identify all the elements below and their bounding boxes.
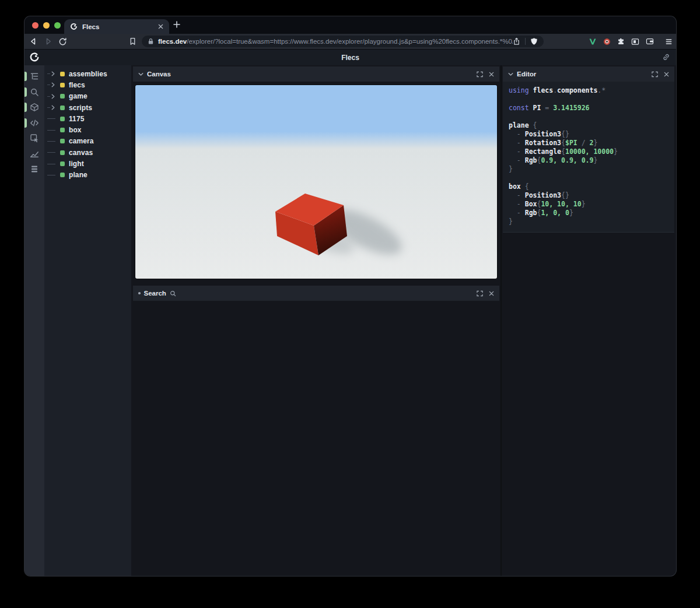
minimize-window-button[interactable] (43, 22, 50, 29)
tree-item-label: camera (69, 137, 94, 145)
entity-color-dot (60, 94, 65, 99)
entity-tree-sidebar: assembliesflecsgamescripts1175boxcamerac… (44, 65, 131, 576)
tree-connector (46, 94, 60, 99)
tree-item-label: game (69, 92, 88, 100)
close-panel-icon[interactable] (489, 291, 494, 296)
chevron-down-icon[interactable] (508, 72, 513, 76)
entity-color-dot (60, 106, 65, 110)
code-line (509, 174, 668, 182)
sidebar-toggle-icon[interactable] (631, 38, 639, 45)
entity-color-dot (60, 139, 65, 143)
chevron-right-icon[interactable] (51, 94, 55, 99)
chevron-right-icon[interactable] (51, 71, 55, 76)
code-line: } (509, 217, 668, 226)
editor-panel-header[interactable]: Editor (503, 66, 674, 82)
nav-cube-button[interactable] (24, 103, 44, 112)
tree-item-scripts[interactable]: scripts (44, 102, 131, 113)
tree-item-canvas[interactable]: canvas (44, 147, 131, 158)
chevron-right-icon[interactable] (51, 105, 55, 110)
tree-item-light[interactable]: light (44, 158, 131, 169)
tab-bar: Flecs (24, 16, 676, 34)
code-line: const PI = 3.1415926 (509, 104, 668, 113)
entity-color-dot (60, 161, 65, 166)
code-line (509, 113, 668, 121)
search-icon (170, 290, 176, 297)
share-icon[interactable] (513, 37, 520, 45)
chevron-right-icon[interactable] (51, 82, 55, 87)
tree-item-assemblies[interactable]: assemblies (44, 68, 131, 79)
shield-icon[interactable] (530, 37, 538, 45)
nav-chart-button[interactable] (24, 149, 44, 159)
canvas-panel-header[interactable]: Canvas (133, 66, 499, 82)
menu-icon[interactable] (665, 38, 673, 45)
code-line: - Rotation3{$PI / 2} (509, 139, 668, 147)
tree-item-flecs[interactable]: flecs (44, 79, 131, 90)
code-line: - Rectangle{10000, 10000} (509, 147, 668, 156)
chevron-down-icon[interactable] (138, 72, 144, 76)
lock-icon (148, 38, 154, 45)
app-header: Flecs (24, 49, 676, 65)
back-button[interactable] (28, 34, 38, 49)
tree-item-1175[interactable]: 1175 (44, 113, 131, 124)
nav-code-button[interactable] (24, 118, 44, 128)
nav-inspect-button[interactable] (24, 133, 44, 143)
reload-button[interactable] (57, 34, 68, 49)
page-title: Flecs (24, 50, 676, 65)
3d-canvas[interactable] (135, 85, 497, 279)
code-line: plane { (509, 121, 668, 130)
forward-button[interactable] (43, 34, 54, 49)
tree-connector (46, 105, 60, 110)
fullscreen-icon[interactable] (652, 71, 658, 78)
nav-search-button[interactable] (24, 87, 44, 97)
search-panel-header[interactable]: Search (133, 286, 499, 301)
code-line: - Box{10, 10, 10} (509, 200, 668, 209)
chart-icon (30, 149, 39, 159)
v-logo-icon[interactable] (589, 38, 597, 45)
code-line: - Position3{} (509, 191, 668, 200)
new-tab-button[interactable] (173, 20, 181, 29)
close-panel-icon[interactable] (664, 72, 669, 77)
entity-color-dot (60, 72, 65, 76)
tab-favicon-flecs-logo-icon (70, 23, 78, 30)
nav-tree-button[interactable] (24, 72, 44, 81)
tab-close-icon[interactable] (158, 24, 163, 29)
tree-item-label: 1175 (69, 115, 84, 123)
tree-item-label: plane (69, 171, 88, 179)
tree-item-label: scripts (69, 104, 92, 112)
tree-item-box[interactable]: box (44, 124, 131, 135)
wallet-icon[interactable] (646, 38, 654, 45)
url-host: flecs.dev (158, 38, 187, 45)
tab-title: Flecs (82, 23, 99, 30)
zoom-window-button[interactable] (54, 22, 61, 29)
code-line: } (509, 165, 668, 174)
search-panel-title: Search (144, 290, 166, 297)
collapsed-bullet-icon[interactable] (138, 292, 141, 294)
record-icon[interactable] (603, 38, 611, 45)
urlbar-divider (525, 38, 526, 45)
tree-item-plane[interactable]: plane (44, 170, 131, 181)
code-icon (30, 118, 39, 128)
tree-item-game[interactable]: game (44, 91, 131, 102)
close-window-button[interactable] (32, 22, 38, 29)
active-indicator (24, 118, 27, 128)
url-bar[interactable]: flecs.dev/explorer/?local=true&wasm=http… (142, 36, 544, 47)
link-icon[interactable] (662, 53, 670, 61)
entity-color-dot (60, 117, 65, 121)
editor-column: Editor using flecs.components.* const PI… (502, 65, 676, 576)
tree-connector (46, 152, 60, 153)
active-indicator (24, 103, 27, 112)
cube-icon (30, 103, 39, 112)
tree-item-camera[interactable]: camera (44, 136, 131, 147)
fullscreen-icon[interactable] (477, 71, 483, 78)
nav-stack-button[interactable] (24, 164, 44, 174)
tree-connector (46, 118, 60, 119)
browser-tab[interactable]: Flecs (64, 19, 169, 34)
center-column: Canvas (131, 65, 501, 576)
fullscreen-icon[interactable] (477, 290, 483, 297)
bookmark-icon[interactable] (127, 34, 138, 49)
puzzle-icon[interactable] (617, 38, 625, 45)
close-panel-icon[interactable] (489, 72, 494, 77)
extension-icons (589, 34, 673, 49)
code-editor[interactable]: using flecs.components.* const PI = 3.14… (503, 82, 674, 233)
desktop: { "browser": { "tab_title": "Flecs", "ur… (0, 0, 700, 608)
